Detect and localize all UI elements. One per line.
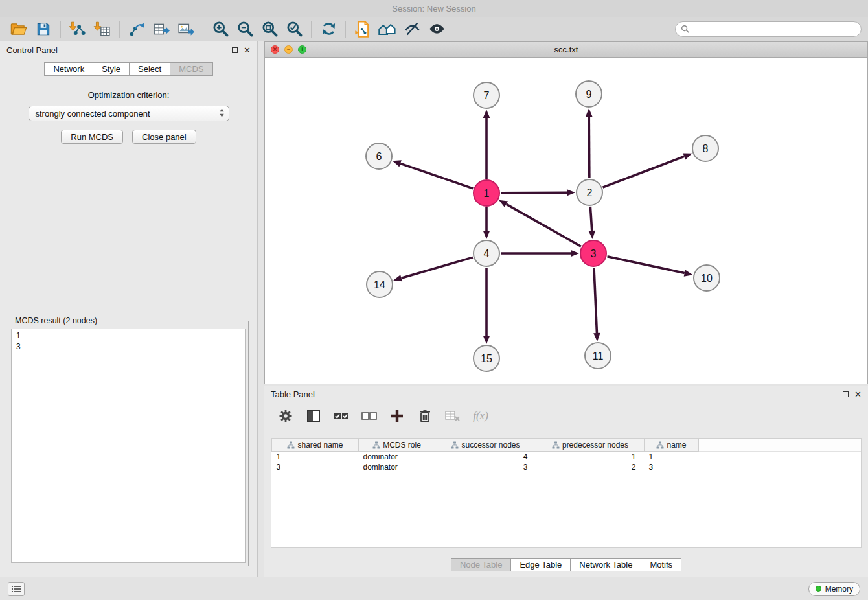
graph-edge-4-3[interactable] (501, 250, 579, 257)
export-table-button[interactable] (149, 19, 174, 40)
graph-edge-2-3[interactable] (588, 207, 595, 239)
export-image-button[interactable] (174, 19, 198, 40)
zoom-in-button[interactable] (208, 19, 233, 40)
function-builder-button[interactable]: f(x) (471, 406, 490, 426)
deselect-all-button[interactable] (360, 406, 379, 426)
run-mcds-button[interactable]: Run MCDS (61, 130, 123, 144)
graph-node-10[interactable]: 10 (694, 265, 720, 291)
column-header-name[interactable]: name (645, 439, 699, 452)
mcds-result-item[interactable]: 1 (12, 330, 245, 341)
graph-node-7[interactable]: 7 (474, 82, 499, 108)
sort-icon (287, 441, 295, 449)
minimize-window-icon[interactable]: − (284, 45, 293, 54)
graph-edge-3-1[interactable] (499, 200, 581, 246)
graph-edge-3-11[interactable] (593, 268, 600, 341)
graph-edge-4-15[interactable] (483, 268, 490, 344)
combo-stepper-icon (219, 108, 225, 120)
show-hide-button[interactable] (424, 19, 449, 40)
graph-edge-4-14[interactable] (393, 257, 473, 281)
graph-node-1[interactable]: 1 (474, 180, 499, 206)
graph-node-8[interactable]: 8 (692, 135, 718, 161)
memory-button[interactable]: Memory (808, 582, 860, 596)
table-cell[interactable]: 3 (645, 462, 699, 472)
float-panel-icon[interactable] (843, 391, 849, 397)
open-session-button[interactable] (6, 19, 31, 40)
float-panel-icon[interactable] (232, 47, 238, 53)
network-canvas[interactable]: 7968124314101511 (265, 58, 867, 384)
graph-node-9[interactable]: 9 (576, 81, 602, 107)
import-table-button[interactable] (90, 19, 115, 40)
table-cell[interactable]: dominator (359, 462, 435, 472)
table-cell[interactable]: 1 (536, 452, 645, 462)
graph-edge-1-6[interactable] (393, 160, 473, 189)
table-cell[interactable]: 3 (435, 462, 536, 472)
graph-node-14[interactable]: 14 (367, 271, 393, 297)
import-network-icon (69, 21, 87, 38)
toolbar-divider (311, 21, 312, 38)
main-toolbar (0, 17, 868, 41)
graph-edge-3-10[interactable] (607, 257, 692, 277)
tab-network[interactable]: Network (44, 62, 93, 76)
close-panel-button[interactable]: Close panel (132, 130, 196, 144)
graph-edge-1-7[interactable] (483, 110, 490, 179)
graph-edge-1-4[interactable] (483, 207, 490, 239)
select-all-button[interactable] (332, 406, 351, 426)
graph-edge-2-8[interactable] (603, 153, 692, 187)
tab-network-table[interactable]: Network Table (570, 558, 641, 571)
toggle-columns-button[interactable] (304, 406, 323, 426)
table-cell[interactable]: 4 (435, 452, 536, 462)
table-cell[interactable]: 1 (272, 452, 359, 462)
home-button[interactable] (375, 19, 400, 40)
column-header-shared-name[interactable]: shared name (272, 439, 359, 452)
graph-node-11[interactable]: 11 (585, 343, 611, 369)
tab-edge-table[interactable]: Edge Table (510, 558, 571, 571)
close-window-icon[interactable]: ✕ (271, 45, 279, 54)
table-cell[interactable]: 2 (536, 462, 645, 472)
graph-node-3[interactable]: 3 (580, 240, 606, 266)
search-box[interactable] (675, 21, 862, 37)
graph-node-15[interactable]: 15 (474, 345, 499, 371)
graph-node-4[interactable]: 4 (474, 240, 499, 266)
column-header-successor-nodes[interactable]: successor nodes (435, 439, 536, 452)
graph-node-6[interactable]: 6 (366, 143, 392, 169)
graphics-details-button[interactable] (400, 19, 424, 40)
graph-edge-1-2[interactable] (501, 189, 575, 196)
add-column-button[interactable] (387, 406, 407, 426)
table-row[interactable]: 3dominator323 (272, 462, 862, 472)
search-input[interactable] (692, 25, 856, 34)
tab-style[interactable]: Style (93, 62, 130, 76)
import-network-button[interactable] (65, 19, 90, 40)
toolbar-divider (60, 21, 61, 38)
zoom-window-icon[interactable]: + (298, 45, 306, 54)
optimization-select[interactable]: strongly connected component (29, 106, 229, 121)
mcds-result-item[interactable]: 3 (12, 341, 245, 352)
network-window-titlebar[interactable]: scc.txt ✕ − + (265, 42, 867, 58)
tab-motifs[interactable]: Motifs (641, 558, 681, 571)
graph-edge-2-9[interactable] (586, 108, 593, 178)
tab-select[interactable]: Select (129, 62, 170, 76)
delete-column-button[interactable] (415, 406, 435, 426)
status-menu-button[interactable] (8, 582, 25, 596)
tab-mcds[interactable]: MCDS (170, 62, 212, 76)
table-row[interactable]: 1dominator411 (272, 452, 862, 462)
export-document-button[interactable] (350, 19, 375, 40)
close-panel-icon[interactable]: ✕ (854, 390, 862, 398)
table-cell[interactable]: 3 (272, 462, 359, 472)
zoom-out-button[interactable] (233, 19, 257, 40)
table-settings-button[interactable] (276, 406, 295, 426)
delete-table-button[interactable] (443, 406, 463, 426)
table-cell[interactable]: 1 (645, 452, 699, 462)
window-title: Session: New Session (392, 4, 475, 14)
zoom-fit-button[interactable] (257, 19, 282, 40)
graph-node-2[interactable]: 2 (577, 179, 602, 205)
refresh-button[interactable] (316, 19, 341, 40)
column-header-mcds-role[interactable]: MCDS role (359, 439, 435, 452)
tab-node-table[interactable]: Node Table (451, 558, 512, 571)
column-header-predecessor-nodes[interactable]: predecessor nodes (536, 439, 645, 452)
save-session-button[interactable] (31, 19, 56, 40)
table-cell[interactable]: dominator (359, 452, 435, 462)
zoom-selected-button[interactable] (282, 19, 306, 40)
import-table-icon (93, 21, 111, 38)
export-network-button[interactable] (124, 19, 149, 40)
close-panel-icon[interactable]: ✕ (244, 46, 251, 54)
